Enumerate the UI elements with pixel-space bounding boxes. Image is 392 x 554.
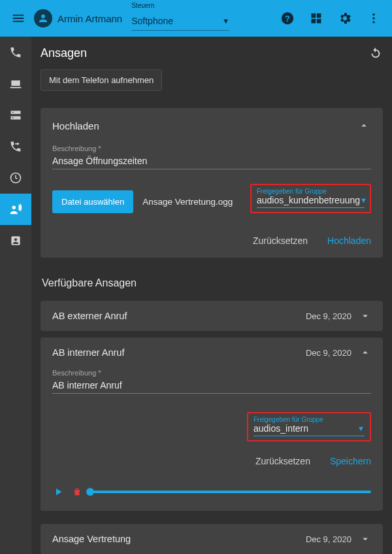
softphone-selector[interactable]: Steuern Softphone ▼ xyxy=(131,6,229,31)
svg-rect-5 xyxy=(317,19,321,24)
svg-rect-2 xyxy=(312,14,316,18)
delete-button[interactable] xyxy=(72,487,82,497)
announcement-date: Dec 9, 2020 xyxy=(306,534,351,544)
announcement-date: Dec 9, 2020 xyxy=(306,348,351,358)
upload-card-collapse-toggle[interactable] xyxy=(357,118,371,133)
chevron-down-icon xyxy=(359,310,371,322)
announcement-expand-toggle[interactable] xyxy=(359,533,371,545)
announcement-title: Ansage Vertretung xyxy=(52,534,306,544)
phone-icon xyxy=(9,46,22,59)
svg-text:?: ? xyxy=(285,14,290,24)
page-title: Ansagen xyxy=(41,46,87,60)
svg-point-7 xyxy=(372,17,374,19)
topbar-actions: ? xyxy=(274,5,387,31)
server-icon xyxy=(9,109,22,122)
record-voice-icon xyxy=(8,202,23,216)
softphone-value: Softphone xyxy=(131,16,173,26)
caret-down-icon: ▼ xyxy=(360,196,367,204)
svg-point-12 xyxy=(12,117,14,118)
item-desc-input[interactable] xyxy=(52,379,371,394)
hamburger-icon xyxy=(11,11,25,26)
upload-group-label: Freigegeben für Gruppe xyxy=(257,188,365,195)
grid-icon xyxy=(310,12,323,25)
chevron-down-icon xyxy=(359,533,371,545)
play-icon xyxy=(52,486,64,498)
top-bar: Armin Artmann Steuern Softphone ▼ ? xyxy=(0,0,392,37)
caret-down-icon: ▼ xyxy=(357,424,365,432)
help-icon: ? xyxy=(280,11,295,26)
upload-desc-input[interactable] xyxy=(52,154,371,169)
svg-point-14 xyxy=(12,206,16,210)
upload-card: Hochladen Beschreibung * Datei auswählen… xyxy=(41,108,383,258)
announcement-title: AB interner Anruf xyxy=(52,347,306,358)
svg-rect-3 xyxy=(317,14,321,18)
sidebar-item-calls[interactable] xyxy=(0,37,31,68)
refresh-button[interactable] xyxy=(368,46,383,60)
item-group-select[interactable]: Freigegeben für Gruppe audios_intern ▼ xyxy=(247,412,371,441)
upload-reset-button[interactable]: Zurücksetzen xyxy=(253,235,308,246)
announcement-item: AB externer Anruf Dec 9, 2020 xyxy=(41,301,383,331)
announcement-collapse-toggle[interactable] xyxy=(359,347,371,358)
more-button[interactable] xyxy=(361,5,387,31)
chevron-up-icon xyxy=(359,347,371,358)
caret-down-icon: ▼ xyxy=(222,17,229,25)
announcement-item: AB interner Anruf Dec 9, 2020 Beschreibu… xyxy=(41,338,383,511)
trash-icon xyxy=(72,487,82,497)
sidebar-item-forwarding[interactable] xyxy=(0,131,31,162)
settings-button[interactable] xyxy=(332,5,358,31)
svg-point-11 xyxy=(12,112,14,113)
announcement-date: Dec 9, 2020 xyxy=(306,311,351,321)
clock-icon xyxy=(9,171,22,184)
gear-icon xyxy=(338,11,352,26)
user-name: Armin Artmann xyxy=(57,13,122,24)
announcement-title: AB externer Anruf xyxy=(52,311,306,321)
item-reset-button[interactable]: Zurücksetzen xyxy=(255,456,310,466)
upload-submit-button[interactable]: Hochladen xyxy=(327,235,371,246)
refresh-icon xyxy=(368,46,383,60)
menu-button[interactable] xyxy=(5,5,31,31)
announcement-item: Ansage Vertretung Dec 9, 2020 xyxy=(41,524,383,554)
svg-point-16 xyxy=(14,238,17,241)
softphone-label: Steuern xyxy=(131,2,154,9)
chevron-up-icon xyxy=(358,120,370,131)
available-announcements-heading: Verfügbare Ansagen xyxy=(42,277,383,289)
audio-progress-slider[interactable] xyxy=(90,491,371,493)
svg-rect-9 xyxy=(11,111,21,114)
sidebar-item-storage[interactable] xyxy=(0,99,31,131)
sidebar xyxy=(0,37,31,554)
help-button[interactable]: ? xyxy=(274,5,301,31)
upload-group-select[interactable]: Freigegeben für Gruppe audios_kundenbetr… xyxy=(250,184,371,213)
selected-filename: Ansage Vertretung.ogg xyxy=(142,197,233,207)
item-desc-label: Beschreibung * xyxy=(52,369,371,377)
announcement-expand-toggle[interactable] xyxy=(359,310,371,322)
user-avatar[interactable] xyxy=(34,9,52,27)
person-icon xyxy=(37,12,49,24)
upload-card-title: Hochladen xyxy=(52,120,99,131)
upload-group-value: audios_kundenbetreuung xyxy=(257,195,360,205)
slider-knob-icon xyxy=(86,488,94,496)
item-group-value: audios_intern xyxy=(253,423,308,434)
item-save-button[interactable]: Speichern xyxy=(330,456,371,466)
main-content: Ansagen Mit dem Telefon aufnehmen Hochla… xyxy=(31,37,392,554)
choose-file-button[interactable]: Datei auswählen xyxy=(52,190,133,213)
contact-card-icon xyxy=(9,234,22,247)
sidebar-item-contacts[interactable] xyxy=(0,225,31,256)
svg-point-8 xyxy=(372,21,374,23)
call-forward-icon xyxy=(9,140,22,153)
dashboard-button[interactable] xyxy=(303,5,329,31)
record-with-phone-button[interactable]: Mit dem Telefon aufnehmen xyxy=(41,69,162,91)
play-button[interactable] xyxy=(52,486,64,498)
sidebar-item-announcements[interactable] xyxy=(0,194,31,225)
sidebar-item-devices[interactable] xyxy=(0,68,31,99)
svg-rect-4 xyxy=(312,19,316,24)
svg-rect-10 xyxy=(11,116,21,120)
upload-desc-label: Beschreibung * xyxy=(52,145,371,152)
svg-point-6 xyxy=(372,14,374,16)
sidebar-item-schedule[interactable] xyxy=(0,162,31,194)
item-group-label: Freigegeben für Gruppe xyxy=(253,416,365,423)
more-vert-icon xyxy=(367,12,380,25)
devices-icon xyxy=(9,77,22,90)
